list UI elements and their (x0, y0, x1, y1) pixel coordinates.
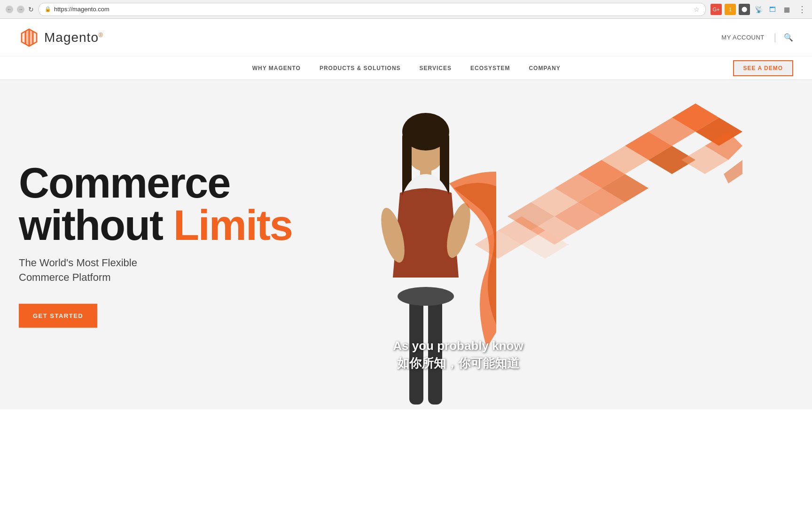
nav-item-ecosystem[interactable]: ECOSYSTEM (461, 56, 519, 80)
extension-icon-3[interactable]: ⬤ (739, 4, 750, 15)
hero-title-line1: Commerce (19, 159, 230, 206)
back-button[interactable]: ← (6, 6, 13, 13)
logo-text: Magento® (44, 30, 103, 45)
svg-marker-16 (724, 160, 742, 183)
hero-title: Commerce without Limits (19, 162, 292, 246)
header-right: MY ACCOUNT | 🔍 (721, 32, 793, 43)
url-text: https://magento.com (54, 6, 691, 13)
extension-icon-5[interactable]: 🗔 (767, 4, 778, 15)
see-demo-button[interactable]: SEE A DEMO (733, 60, 793, 76)
lock-icon: 🔒 (45, 6, 51, 12)
site-header: Magento® MY ACCOUNT | 🔍 (0, 19, 812, 56)
subtitle-english: As you probably know (393, 339, 523, 353)
browser-chrome: ← → ↻ 🔒 https://magento.com ☆ G+ 1 ⬤ 📡 🗔… (0, 0, 812, 19)
hero-content: Commerce without Limits The World's Most… (19, 162, 292, 328)
extension-icon-4[interactable]: 📡 (753, 4, 764, 15)
subtitle-chinese: 如你所知，你可能知道 (393, 355, 523, 372)
forward-button[interactable]: → (17, 6, 24, 13)
hero-section: Commerce without Limits The World's Most… (0, 80, 812, 409)
search-icon[interactable]: 🔍 (784, 33, 793, 42)
svg-point-30 (398, 287, 454, 306)
reload-button[interactable]: ↻ (28, 6, 34, 13)
magento-logo-icon (19, 27, 39, 48)
nav-item-company[interactable]: COMPANY (519, 56, 570, 80)
nav-items: WHY MAGENTO PRODUCTS & SOLUTIONS SERVICE… (85, 56, 728, 80)
extension-icon-6[interactable]: ▦ (781, 4, 792, 15)
nav-item-why-magento[interactable]: WHY MAGENTO (243, 56, 310, 80)
address-bar[interactable]: 🔒 https://magento.com ☆ (39, 3, 706, 16)
subtitle-overlay: As you probably know 如你所知，你可能知道 (393, 339, 523, 372)
bookmark-icon[interactable]: ☆ (694, 6, 700, 13)
hero-subtitle: The World's Most Flexible Commerce Platf… (19, 256, 292, 285)
logo-area[interactable]: Magento® (19, 27, 103, 48)
nav-item-services[interactable]: SERVICES (410, 56, 461, 80)
extension-icon-2[interactable]: 1 (725, 4, 736, 15)
extension-icon-1[interactable]: G+ (710, 4, 722, 15)
get-started-button[interactable]: GET STARTED (19, 303, 97, 327)
browser-actions: G+ 1 ⬤ 📡 🗔 ▦ ⋮ (710, 4, 806, 15)
nav-item-products[interactable]: PRODUCTS & SOLUTIONS (310, 56, 410, 80)
menu-dots[interactable]: ⋮ (798, 4, 806, 15)
site-navigation: WHY MAGENTO PRODUCTS & SOLUTIONS SERVICE… (0, 56, 812, 80)
my-account-link[interactable]: MY ACCOUNT (721, 34, 764, 41)
hero-title-line2: without Limits (19, 202, 292, 249)
browser-controls: ← → ↻ (6, 6, 34, 13)
